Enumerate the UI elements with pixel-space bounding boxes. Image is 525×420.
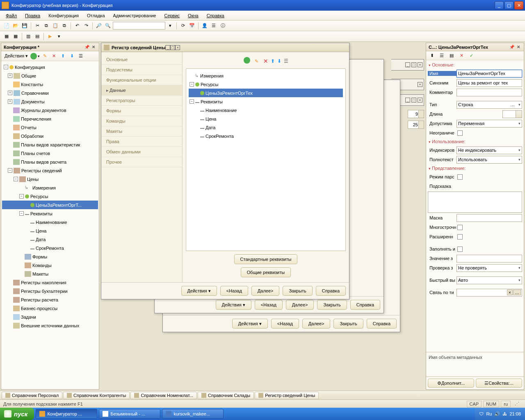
- close-button[interactable]: Закрыть: [333, 319, 363, 329]
- tree-item[interactable]: Планы видов характеристик: [2, 140, 98, 149]
- window-close-icon[interactable]: ×: [175, 45, 180, 50]
- tray-network-icon[interactable]: 🖧: [502, 411, 507, 416]
- actions-button[interactable]: Действия ▾: [181, 286, 217, 296]
- tree-item[interactable]: +Справочники: [2, 89, 98, 97]
- input-typelink[interactable]: …×: [457, 289, 522, 297]
- syntax-icon[interactable]: ⟳: [179, 22, 187, 30]
- find-icon[interactable]: 🔎: [95, 22, 103, 30]
- tree-item[interactable]: +Документы: [2, 97, 98, 106]
- group-usage[interactable]: Использование:: [428, 138, 522, 145]
- menu-file[interactable]: Файл: [2, 12, 20, 19]
- tray-shield-icon[interactable]: 🛡: [479, 411, 484, 416]
- back-button[interactable]: <Назад: [255, 300, 283, 310]
- next-button[interactable]: Далее>: [302, 319, 331, 329]
- save-icon[interactable]: 💾: [21, 22, 29, 30]
- tree-item[interactable]: Перечисления: [2, 114, 98, 123]
- maximize-button[interactable]: ▢: [504, 1, 514, 9]
- dtree-attr[interactable]: Цена: [189, 114, 343, 123]
- tree-attr[interactable]: Цена: [2, 226, 98, 235]
- input-comment[interactable]: [457, 89, 522, 96]
- doc-tab[interactable]: Регистр сведений Цены: [255, 392, 319, 399]
- paste-icon[interactable]: 📋: [51, 22, 59, 30]
- menu-debug[interactable]: Отладка: [84, 12, 108, 19]
- table-icon[interactable]: ▤: [33, 32, 41, 41]
- close-button[interactable]: Закрыть: [283, 286, 312, 296]
- tree-attributes[interactable]: −Реквизиты: [2, 209, 98, 218]
- bg-spinner[interactable]: 25: [408, 121, 424, 129]
- taskbar-app[interactable]: Конфигуратор ...: [36, 409, 97, 419]
- tree-item[interactable]: Внешние источники данных: [2, 321, 98, 330]
- system-tray[interactable]: 🛡 Ru 🔊 🖧 21:08: [475, 408, 525, 420]
- tree-root[interactable]: −Конфигурация: [2, 63, 98, 71]
- grid-icon[interactable]: ▦: [11, 32, 20, 41]
- start-button[interactable]: пуск: [0, 408, 34, 420]
- sort-icon[interactable]: ☰: [77, 52, 85, 60]
- bg-min-icon[interactable]: _: [405, 62, 410, 67]
- edit-icon[interactable]: ✎: [253, 57, 261, 65]
- input-name[interactable]: ЦеныЗаРемонтОргТех: [457, 70, 522, 78]
- help-button[interactable]: Справка: [316, 286, 346, 296]
- help-icon[interactable]: ⓘ: [219, 22, 227, 30]
- minimize-button[interactable]: _: [495, 1, 504, 9]
- window-minimize-icon[interactable]: _: [165, 45, 170, 50]
- help-button[interactable]: Справка: [350, 300, 380, 310]
- cut-icon[interactable]: ✂: [33, 22, 41, 30]
- select-check[interactable]: Не проверять: [457, 264, 522, 272]
- menu-config[interactable]: Конфигурация: [45, 12, 82, 19]
- tab-forms[interactable]: Формы: [101, 106, 182, 116]
- back-button[interactable]: <Назад: [271, 319, 299, 329]
- dtree-attr[interactable]: Дата: [189, 123, 343, 132]
- tray-volume-icon[interactable]: 🔊: [494, 411, 500, 417]
- tab-templates[interactable]: Макеты: [101, 126, 182, 137]
- tree-item[interactable]: Журналы документов: [2, 106, 98, 114]
- doc-tab[interactable]: Справочник Склады: [198, 392, 254, 399]
- zoom-icon[interactable]: 🔍: [104, 22, 112, 30]
- tree-attr[interactable]: Дата: [2, 235, 98, 244]
- close-button[interactable]: Закрыть: [317, 300, 347, 310]
- tree-item[interactable]: Задачи: [2, 313, 98, 321]
- standard-attrs-button[interactable]: Стандартные реквизиты: [234, 254, 298, 264]
- tab-other[interactable]: Прочее: [101, 157, 182, 167]
- bg-close-icon[interactable]: ×: [418, 98, 422, 103]
- tree-forms[interactable]: Формы: [2, 252, 98, 261]
- tree-dimensions[interactable]: ↳Измерения: [2, 183, 98, 192]
- doc-tab[interactable]: Справочник Персонал: [2, 392, 62, 399]
- run-dropdown-icon[interactable]: ▾: [55, 32, 63, 41]
- open-icon[interactable]: 📂: [11, 22, 20, 30]
- edit-icon[interactable]: ✎: [41, 52, 49, 60]
- down-icon[interactable]: ⬇: [68, 52, 76, 60]
- tree-resources[interactable]: −Ресурсы: [2, 192, 98, 201]
- select-quickchoice[interactable]: Авто: [457, 276, 522, 284]
- tree-item[interactable]: Обработки: [2, 132, 98, 140]
- dtree-resource-selected[interactable]: ЦеныЗаРемонтОргТех: [189, 89, 343, 97]
- status-lang[interactable]: ru: [501, 401, 511, 407]
- taskbar-app[interactable]: Безымянный - ...: [99, 409, 160, 419]
- tree-attr[interactable]: Наименование: [2, 218, 98, 226]
- actions-button[interactable]: Действия ▾: [232, 319, 268, 329]
- tree-item[interactable]: Регистры расчета: [2, 295, 98, 304]
- move-down-icon[interactable]: ⬇: [277, 57, 281, 65]
- check-extended[interactable]: [457, 234, 463, 240]
- menu-admin[interactable]: Администрирование: [110, 12, 160, 19]
- panel-pin-icon[interactable]: 📌: [509, 44, 515, 50]
- undo-icon[interactable]: ↶: [73, 22, 81, 30]
- bg-max-icon[interactable]: □: [411, 98, 416, 103]
- redo-icon[interactable]: ↷: [82, 22, 90, 30]
- tree-item[interactable]: Регистры накопления: [2, 278, 98, 287]
- group-main[interactable]: Основные:: [428, 61, 522, 68]
- category-icon[interactable]: ☰: [438, 52, 446, 60]
- copy-icon[interactable]: ⧉: [42, 22, 50, 30]
- check-multiline[interactable]: [457, 225, 463, 230]
- dropdown-icon[interactable]: ▾: [166, 22, 174, 30]
- tree-item[interactable]: Планы счетов: [2, 149, 98, 158]
- tree-item[interactable]: Планы видов расчета: [2, 158, 98, 166]
- add-icon[interactable]: [30, 53, 37, 59]
- check-icon[interactable]: ✓: [467, 52, 475, 60]
- doc-tab[interactable]: Справочник Контрагенты: [63, 392, 130, 399]
- list-icon[interactable]: ☰: [210, 22, 218, 30]
- check-fill[interactable]: [457, 247, 463, 252]
- bg-close-icon[interactable]: ×: [418, 82, 422, 87]
- check-parsemode[interactable]: [457, 174, 463, 180]
- actions-button[interactable]: Действия ▾: [216, 300, 251, 310]
- spinner-length[interactable]: 10: [502, 110, 522, 118]
